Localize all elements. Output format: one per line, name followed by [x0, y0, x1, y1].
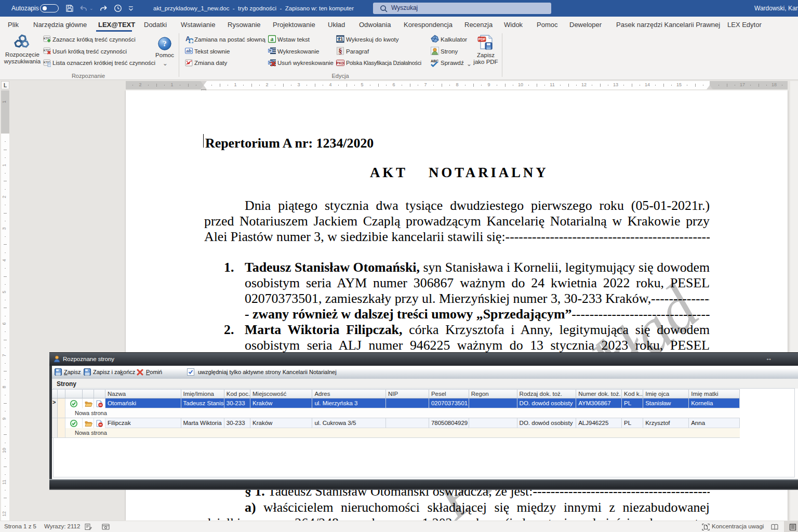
svg-text:KTC: KTC	[44, 48, 50, 52]
svg-text:?: ?	[163, 39, 167, 48]
svg-text:a: a	[271, 35, 274, 43]
svg-text:PDF: PDF	[478, 37, 486, 41]
svg-text:ab: ab	[186, 48, 192, 54]
svg-text:§: §	[339, 47, 342, 55]
svg-text:PKD: PKD	[337, 61, 344, 65]
